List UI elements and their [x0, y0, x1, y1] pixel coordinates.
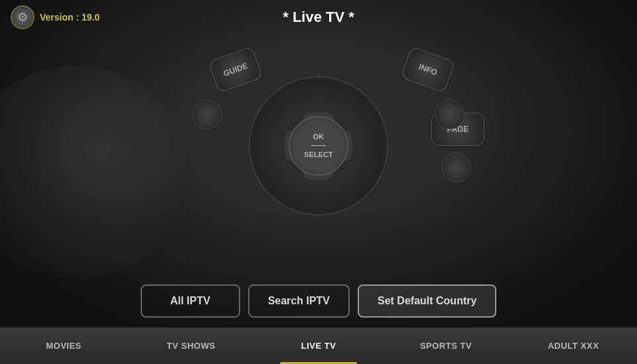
- nav-item-movies[interactable]: MOVIES: [0, 328, 127, 364]
- app-logo-icon: ⚙: [11, 5, 35, 29]
- action-buttons-area: All IPTV Search IPTV Set Default Country: [0, 284, 637, 318]
- side-button-tr: [435, 99, 464, 129]
- set-default-country-button[interactable]: Set Default Country: [358, 284, 496, 318]
- header: ⚙ Version : 19.0 * Live TV *: [0, 0, 637, 34]
- dpad: ▲ ▼ ◀ ▶ OK——SELECT: [246, 73, 391, 219]
- gear-icon: ⚙: [17, 10, 28, 25]
- remote-visual: GUIDE INFO PAGE ▲ ▼ ◀ ▶: [133, 33, 504, 285]
- bottom-nav-bar: MOVIES TV SHOWS LIVE TV SPORTS TV ADULT …: [0, 328, 637, 364]
- nav-item-sports-tv[interactable]: SPORTS TV: [382, 328, 510, 364]
- nav-item-tv-shows[interactable]: TV SHOWS: [127, 328, 255, 364]
- side-button-br: [441, 152, 471, 182]
- version-label: Version : 19.0: [40, 12, 100, 23]
- nav-item-live-tv[interactable]: LIVE TV: [255, 328, 382, 364]
- dpad-center-ok: OK——SELECT: [289, 116, 348, 176]
- side-button-tl: [192, 99, 222, 129]
- nav-item-adult-xxx[interactable]: ADULT XXX: [510, 328, 637, 364]
- all-iptv-button[interactable]: All IPTV: [141, 284, 240, 318]
- remote-background: GUIDE INFO PAGE ▲ ▼ ◀ ▶: [0, 0, 637, 325]
- page-title: * Live TV *: [283, 9, 354, 26]
- info-button: INFO: [401, 46, 456, 93]
- search-iptv-button[interactable]: Search IPTV: [248, 284, 350, 318]
